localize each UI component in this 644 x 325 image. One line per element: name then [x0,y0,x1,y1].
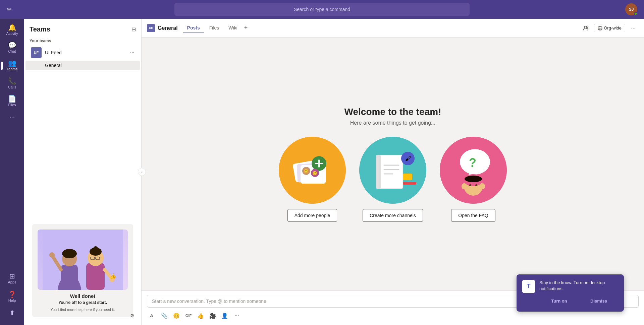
top-bar: ✏ Search or type a command SJ [0,0,644,19]
notif-teams-icon: T [522,280,535,293]
search-placeholder: Search or type a command [294,7,350,12]
add-people-illustration: 😊 😊 [279,137,346,204]
channel-more-button[interactable]: ··· [628,23,639,34]
sidebar: 🔔 Activity 💬 Chat 👥 Teams 📞 Calls 📄 File… [0,19,24,325]
svg-text:?: ? [469,156,476,170]
compose-icon[interactable]: ✏ [7,6,12,13]
org-wide-label: Org-wide [604,25,622,30]
filter-icon[interactable]: ⊟ [131,26,136,32]
gif-button[interactable]: GIF [183,310,194,321]
svg-text:🖌: 🖌 [405,155,411,162]
team-avatar-ui-feed: UF [31,47,42,58]
video-button[interactable]: 🎥 [207,310,218,321]
svg-rect-7 [86,263,105,290]
top-bar-left: ✏ [7,6,12,13]
svg-point-49 [469,184,471,186]
channel-more-icon: ··· [631,25,635,31]
open-faq-card: ? [440,137,507,222]
sidebar-item-activity[interactable]: 🔔 Activity [3,21,21,39]
org-wide-icon [598,26,602,30]
svg-point-4 [62,249,77,258]
sidebar-item-apps[interactable]: ⊞ Apps [3,270,21,287]
sidebar-label-activity: Activity [6,31,18,36]
promo-help-text: You'll find more help here if you need i… [38,308,128,312]
panel-header: Teams ⊟ [24,19,141,36]
svg-point-51 [465,176,482,182]
sidebar-item-more[interactable]: ··· [3,111,21,123]
channel-tab-wiki[interactable]: Wiki [224,23,241,33]
promo-title: Well done! [38,293,128,299]
svg-text:A: A [150,313,153,318]
sidebar-item-upload[interactable]: ⬆ [3,307,21,319]
create-channels-illustration: 🖌 [359,137,426,204]
members-icon-btn[interactable] [581,23,591,34]
svg-point-18 [587,26,588,27]
create-channels-svg: 🖌 [359,137,426,204]
mention-button[interactable]: 👤 [219,310,230,321]
sidebar-item-calls[interactable]: 📞 Calls [3,75,21,92]
chat-icon: 💬 [8,42,16,49]
svg-point-52 [462,183,466,189]
notif-content: Stay in the know. Turn on desktop notifi… [539,280,619,306]
svg-rect-41 [403,174,412,180]
create-channels-card: 🖌 Create more channels [359,137,426,222]
welcome-subtitle: Here are some things to get going... [350,120,435,126]
emoji-button[interactable]: 😊 [171,310,182,321]
format-icon: A [149,313,155,319]
team-more-icon[interactable]: ··· [130,50,135,56]
files-icon: 📄 [8,95,16,102]
promo-card: 👍 Well done! You're off to a great start… [32,224,133,317]
channel-header: UF General Posts Files Wiki + [142,19,644,38]
format-text-button[interactable]: A [147,310,158,321]
channel-team-badge: UF [147,24,155,32]
presence-status [634,12,637,15]
sidebar-label-files: Files [8,103,16,107]
channel-name-general: General [45,63,62,68]
svg-rect-2 [61,265,78,290]
svg-point-6 [49,252,55,258]
channel-tab-posts[interactable]: Posts [183,23,204,33]
channel-tab-files[interactable]: Files [205,23,223,33]
notif-text: Stay in the know. Turn on desktop notifi… [539,280,619,292]
avatar[interactable]: SJ [625,3,637,15]
turn-on-notifications-button[interactable]: Turn on [539,296,579,306]
teams-panel: Teams ⊟ Your teams UF UI Feed ··· Genera… [24,19,142,325]
sidebar-item-teams[interactable]: 👥 Teams [3,57,21,74]
promo-subtitle: You're off to a great start. [38,300,128,305]
svg-text:😊: 😊 [304,169,309,174]
svg-text:😊: 😊 [312,171,317,176]
panel-collapse-button[interactable]: ‹ [138,168,146,176]
sidebar-item-chat[interactable]: 💬 Chat [3,39,21,56]
notification-banner: T Stay in the know. Turn on desktop noti… [517,274,624,312]
action-cards: 😊 😊 Add more people [279,137,507,222]
sidebar-item-help[interactable]: ❓ Help [3,288,21,306]
chat-toolbar: A 📎 😊 GIF 👍 🎥 👤 ··· [147,310,639,321]
add-people-button[interactable]: Add more people [287,209,337,222]
upload-icon: ⬆ [9,310,15,316]
channel-item-general[interactable]: General [25,61,140,70]
notif-icon-text: T [527,283,531,290]
attach-button[interactable]: 📎 [159,310,170,321]
svg-rect-42 [403,182,416,185]
svg-rect-35 [376,155,381,189]
team-item-ui-feed[interactable]: UF UI Feed ··· [25,45,140,61]
apps-icon: ⊞ [9,273,15,279]
more-tools-button[interactable]: ··· [231,310,242,321]
promo-svg: 👍 [43,230,123,290]
open-faq-button[interactable]: Open the FAQ [451,209,495,222]
more-icon: ··· [9,113,15,120]
search-bar[interactable]: Search or type a command [174,3,470,16]
add-tab-button[interactable]: + [243,23,249,33]
svg-point-13 [93,246,98,251]
svg-text:👍: 👍 [110,273,116,279]
dismiss-notification-button[interactable]: Dismiss [579,296,619,306]
activity-icon: 🔔 [8,24,16,31]
team-name-ui-feed: UI Feed [45,50,130,55]
org-wide-button[interactable]: Org-wide [594,24,625,32]
teams-icon: 👥 [8,60,16,66]
header-right: Org-wide ··· [581,23,639,34]
promo-settings-icon[interactable]: ⚙ [130,313,135,318]
sidebar-item-files[interactable]: 📄 Files [3,93,21,110]
create-channels-button[interactable]: Create more channels [363,209,423,222]
sticker-button[interactable]: 👍 [195,310,206,321]
